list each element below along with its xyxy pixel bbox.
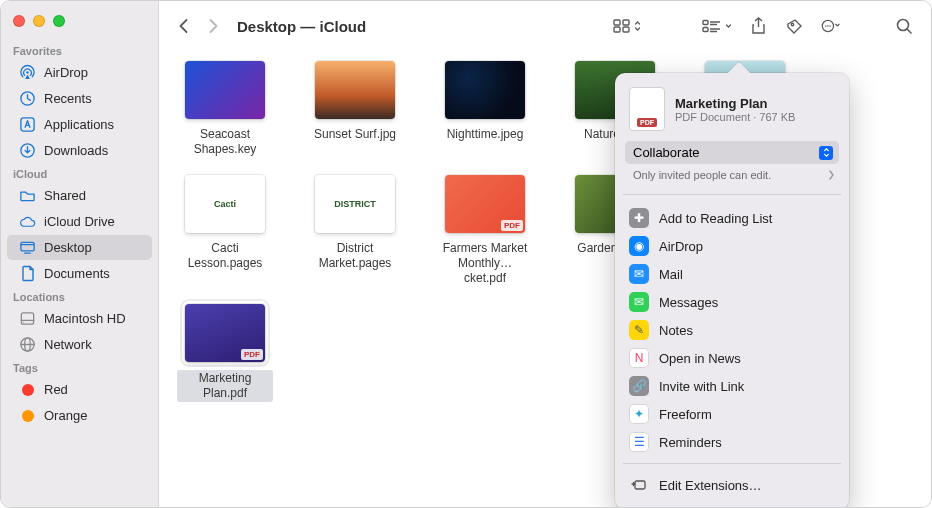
sidebar-item-label: Applications <box>44 117 114 132</box>
sidebar-item-applications[interactable]: Applications <box>7 112 152 137</box>
folder-icon <box>19 187 36 204</box>
dropdown-arrows-icon <box>819 146 833 160</box>
svg-rect-18 <box>703 28 708 32</box>
svg-rect-16 <box>623 27 629 32</box>
file-item[interactable]: Seacoast Shapes.key <box>177 61 273 157</box>
sidebar-item-label: AirDrop <box>44 65 88 80</box>
sidebar-section-header: Tags <box>1 358 158 376</box>
apps-icon <box>19 116 36 133</box>
view-icons-button[interactable] <box>609 13 646 39</box>
sidebar-item-network[interactable]: Network <box>7 332 152 357</box>
svg-rect-14 <box>623 20 629 25</box>
svg-rect-4 <box>21 242 34 251</box>
sidebar-item-shared[interactable]: Shared <box>7 183 152 208</box>
share-button[interactable] <box>743 13 773 39</box>
sidebar-item-airdrop[interactable]: AirDrop <box>7 60 152 85</box>
sidebar-item-red[interactable]: Red <box>7 377 152 402</box>
share-item-reminders[interactable]: ☰Reminders <box>621 428 843 456</box>
sidebar-item-label: Downloads <box>44 143 108 158</box>
file-name: Marketing Plan.pdf <box>181 371 269 401</box>
file-item[interactable]: Sunset Surf.jpg <box>307 61 403 157</box>
file-thumbnail: PDF <box>185 304 265 362</box>
sidebar-item-downloads[interactable]: Downloads <box>7 138 152 163</box>
finder-window: FavoritesAirDropRecentsApplicationsDownl… <box>0 0 932 508</box>
sidebar-section-header: Favorites <box>1 41 158 59</box>
popover-file-icon: PDF <box>629 87 665 131</box>
svg-point-23 <box>791 23 793 25</box>
group-button[interactable] <box>698 13 737 39</box>
share-item-invite-with-link[interactable]: 🔗Invite with Link <box>621 372 843 400</box>
desktop-icon <box>19 239 36 256</box>
file-item[interactable]: PDFFarmers Market Monthly…cket.pdf <box>437 175 533 286</box>
file-item[interactable]: PDFMarketing Plan.pdf <box>177 304 273 402</box>
sidebar-section-header: iCloud <box>1 164 158 182</box>
file-item[interactable]: Nighttime.jpeg <box>437 61 533 157</box>
action-button[interactable] <box>815 13 845 39</box>
downloads-icon <box>19 142 36 159</box>
app-icon: N <box>629 348 649 368</box>
app-icon: ☰ <box>629 432 649 452</box>
cloud-icon <box>19 213 36 230</box>
file-thumbnail: Cacti <box>185 175 265 233</box>
share-item-label: Freeform <box>659 407 712 422</box>
collaborate-note: Only invited people can edit. <box>633 169 771 181</box>
svg-rect-2 <box>21 118 34 131</box>
sidebar-item-desktop[interactable]: Desktop <box>7 235 152 260</box>
sidebar-item-documents[interactable]: Documents <box>7 261 152 286</box>
popover-subtitle: PDF Document · 767 KB <box>675 111 795 123</box>
sidebar-item-macintosh-hd[interactable]: Macintosh HD <box>7 306 152 331</box>
svg-point-27 <box>829 25 831 27</box>
sidebar-item-label: Documents <box>44 266 110 281</box>
share-item-label: Notes <box>659 323 693 338</box>
share-item-mail[interactable]: ✉Mail <box>621 260 843 288</box>
sidebar-item-orange[interactable]: Orange <box>7 403 152 428</box>
share-item-freeform[interactable]: ✦Freeform <box>621 400 843 428</box>
share-item-messages[interactable]: ✉Messages <box>621 288 843 316</box>
sidebar-section-header: Locations <box>1 287 158 305</box>
file-thumbnail: DISTRICT <box>315 175 395 233</box>
file-name: Sunset Surf.jpg <box>314 127 396 142</box>
collaborate-dropdown[interactable]: Collaborate <box>625 141 839 164</box>
edit-extensions-button[interactable]: Edit Extensions… <box>621 471 843 499</box>
file-thumbnail <box>185 61 265 119</box>
file-item[interactable]: CactiCacti Lesson.pages <box>177 175 273 286</box>
search-button[interactable] <box>889 13 919 39</box>
share-item-open-in-news[interactable]: NOpen in News <box>621 344 843 372</box>
sidebar-item-recents[interactable]: Recents <box>7 86 152 111</box>
edit-extensions-icon <box>629 475 649 495</box>
file-name: District Market.pages <box>307 241 403 271</box>
share-item-label: Add to Reading List <box>659 211 772 226</box>
app-icon: 🔗 <box>629 376 649 396</box>
sidebar-item-icloud-drive[interactable]: iCloud Drive <box>7 209 152 234</box>
forward-button[interactable] <box>201 14 225 38</box>
tags-button[interactable] <box>779 13 809 39</box>
sidebar-item-label: Red <box>44 382 68 397</box>
sidebar-item-label: Macintosh HD <box>44 311 126 326</box>
close-window-button[interactable] <box>13 15 25 27</box>
file-name: Cacti Lesson.pages <box>177 241 273 271</box>
minimize-window-button[interactable] <box>33 15 45 27</box>
share-item-label: Messages <box>659 295 718 310</box>
file-name: Farmers Market Monthly…cket.pdf <box>437 241 533 286</box>
sidebar-item-label: Orange <box>44 408 87 423</box>
collaborate-permissions-row[interactable]: Only invited people can edit. <box>615 164 849 189</box>
share-item-label: Open in News <box>659 351 741 366</box>
sidebar-item-label: iCloud Drive <box>44 214 115 229</box>
back-button[interactable] <box>171 14 195 38</box>
share-item-label: Invite with Link <box>659 379 744 394</box>
airdrop-icon <box>19 64 36 81</box>
file-thumbnail <box>445 61 525 119</box>
svg-point-26 <box>827 25 829 27</box>
toolbar: Desktop — iCloud <box>159 1 931 51</box>
file-name: Seacoast Shapes.key <box>177 127 273 157</box>
zoom-window-button[interactable] <box>53 15 65 27</box>
share-item-add-to-reading-list[interactable]: ✚Add to Reading List <box>621 204 843 232</box>
share-item-airdrop[interactable]: ◉AirDrop <box>621 232 843 260</box>
share-popover: PDF Marketing Plan PDF Document · 767 KB… <box>615 73 849 508</box>
edit-extensions-label: Edit Extensions… <box>659 478 762 493</box>
svg-rect-15 <box>614 27 620 32</box>
app-icon: ✎ <box>629 320 649 340</box>
share-item-notes[interactable]: ✎Notes <box>621 316 843 344</box>
file-item[interactable]: DISTRICTDistrict Market.pages <box>307 175 403 286</box>
app-icon: ✦ <box>629 404 649 424</box>
